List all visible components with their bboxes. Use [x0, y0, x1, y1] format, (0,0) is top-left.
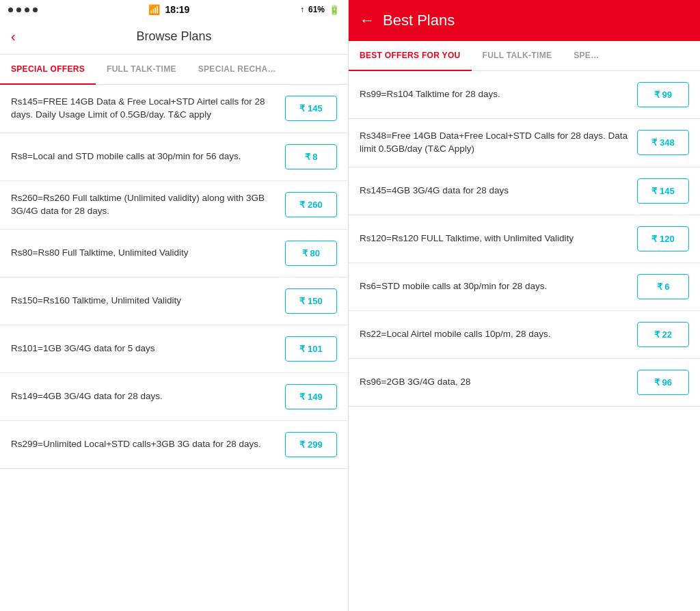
- battery-percent: 61%: [308, 5, 325, 14]
- plan-desc: Rs348=Free 14GB Data+Free Local+STD Call…: [360, 130, 629, 156]
- tab-special-offers[interactable]: SPECIAL OFFERS: [0, 55, 96, 85]
- plan-desc: Rs145=4GB 3G/4G data for 28 days: [360, 185, 629, 198]
- list-item: Rs96=2GB 3G/4G data, 28 ₹ 96: [349, 359, 700, 407]
- list-item: Rs120=Rs120 FULL Talktime, with Unlimite…: [349, 215, 700, 263]
- plan-desc: Rs99=Rs104 Talktime for 28 days.: [360, 88, 629, 101]
- plan-price-button[interactable]: ₹ 149: [285, 384, 337, 409]
- header-left: ‹ Browse Plans: [0, 19, 348, 55]
- plan-desc: Rs22=Local Airtel mobile calls 10p/m, 28…: [360, 328, 629, 341]
- plan-price-button[interactable]: ₹ 80: [285, 241, 337, 266]
- left-panel: 📶 18:19 ↑ 61% 🔋 ‹ Browse Plans SPECIAL O…: [0, 0, 349, 611]
- plan-desc: Rs120=Rs120 FULL Talktime, with Unlimite…: [360, 232, 629, 245]
- list-item: Rs101=1GB 3G/4G data for 5 days ₹ 101: [0, 325, 348, 373]
- plan-desc: Rs101=1GB 3G/4G data for 5 days: [11, 342, 277, 355]
- plan-price-button[interactable]: ₹ 22: [637, 322, 689, 347]
- list-item: Rs260=Rs260 Full talktime (Unlimited val…: [0, 181, 348, 230]
- plan-price-button[interactable]: ₹ 348: [637, 130, 689, 155]
- list-item: Rs6=STD mobile calls at 30p/min for 28 d…: [349, 263, 700, 311]
- plan-desc: Rs299=Unlimited Local+STD calls+3GB 3G d…: [11, 438, 277, 451]
- page-title-left: Browse Plans: [136, 29, 211, 44]
- list-item: Rs145=FREE 14GB Data & Free Local+STD Ai…: [0, 85, 348, 133]
- battery-icon: 🔋: [329, 5, 340, 15]
- plans-list-right[interactable]: Rs99=Rs104 Talktime for 28 days. ₹ 99 Rs…: [349, 71, 700, 611]
- tab-best-offers[interactable]: BEST OFFERS FOR YOU: [349, 41, 472, 71]
- list-item: Rs8=Local and STD mobile calls at 30p/mi…: [0, 133, 348, 181]
- tab-special-recharge[interactable]: SPECIAL RECHA…: [187, 55, 287, 84]
- header-right: ← Best Plans: [349, 0, 700, 41]
- plan-price-button[interactable]: ₹ 299: [285, 432, 337, 457]
- plan-price-button[interactable]: ₹ 99: [637, 82, 689, 107]
- plan-price-button[interactable]: ₹ 96: [637, 370, 689, 395]
- plan-price-button[interactable]: ₹ 145: [637, 178, 689, 204]
- tab-full-talktime-right[interactable]: FULL TALK-TIME: [472, 41, 563, 70]
- dot-1: [8, 8, 13, 12]
- plan-price-button[interactable]: ₹ 120: [637, 226, 689, 252]
- plan-price-button[interactable]: ₹ 260: [285, 192, 337, 217]
- right-panel: ← Best Plans BEST OFFERS FOR YOU FULL TA…: [349, 0, 700, 611]
- page-title-right: Best Plans: [383, 12, 455, 29]
- list-item: Rs145=4GB 3G/4G data for 28 days ₹ 145: [349, 167, 700, 215]
- back-button-left[interactable]: ‹: [11, 29, 16, 44]
- status-icons-left: ↑ 61% 🔋: [300, 5, 340, 15]
- list-item: Rs99=Rs104 Talktime for 28 days. ₹ 99: [349, 71, 700, 119]
- dot-4: [33, 8, 38, 12]
- wifi-icon: 📶: [148, 4, 160, 15]
- plan-price-button[interactable]: ₹ 150: [285, 288, 337, 314]
- plan-price-button[interactable]: ₹ 6: [637, 274, 689, 299]
- plan-desc: Rs260=Rs260 Full talktime (Unlimited val…: [11, 192, 277, 218]
- plan-desc: Rs6=STD mobile calls at 30p/min for 28 d…: [360, 280, 629, 293]
- dot-3: [25, 8, 29, 12]
- dot-2: [16, 8, 21, 12]
- signal-dots: [8, 8, 38, 12]
- back-button-right[interactable]: ←: [360, 12, 375, 29]
- list-item: Rs348=Free 14GB Data+Free Local+STD Call…: [349, 119, 700, 167]
- list-item: Rs149=4GB 3G/4G data for 28 days. ₹ 149: [0, 373, 348, 421]
- plan-desc: Rs8=Local and STD mobile calls at 30p/mi…: [11, 150, 277, 163]
- list-item: Rs22=Local Airtel mobile calls 10p/m, 28…: [349, 311, 700, 359]
- plan-desc: Rs150=Rs160 Talktime, Unlimited Validity: [11, 295, 277, 308]
- tabs-right: BEST OFFERS FOR YOU FULL TALK-TIME SPE…: [349, 41, 700, 71]
- plan-price-button[interactable]: ₹ 101: [285, 336, 337, 362]
- list-item: Rs80=Rs80 Full Talktime, Unlimited Valid…: [0, 230, 348, 277]
- plan-desc: Rs96=2GB 3G/4G data, 28: [360, 376, 629, 389]
- tab-spe-right[interactable]: SPE…: [563, 41, 610, 70]
- plan-desc: Rs145=FREE 14GB Data & Free Local+STD Ai…: [11, 96, 277, 122]
- list-item: Rs299=Unlimited Local+STD calls+3GB 3G d…: [0, 421, 348, 469]
- plan-price-button[interactable]: ₹ 145: [285, 96, 337, 121]
- plan-price-button[interactable]: ₹ 8: [285, 144, 337, 169]
- tab-full-talktime-left[interactable]: FULL TALK-TIME: [96, 55, 187, 84]
- plan-desc: Rs80=Rs80 Full Talktime, Unlimited Valid…: [11, 247, 277, 260]
- plans-list-left[interactable]: Rs145=FREE 14GB Data & Free Local+STD Ai…: [0, 85, 348, 611]
- list-item: Rs150=Rs160 Talktime, Unlimited Validity…: [0, 277, 348, 325]
- status-time-left: 18:19: [165, 4, 190, 15]
- signal-icon: ↑: [300, 5, 304, 14]
- status-bar-left: 📶 18:19 ↑ 61% 🔋: [0, 0, 348, 19]
- plan-desc: Rs149=4GB 3G/4G data for 28 days.: [11, 390, 277, 403]
- tabs-left: SPECIAL OFFERS FULL TALK-TIME SPECIAL RE…: [0, 55, 348, 85]
